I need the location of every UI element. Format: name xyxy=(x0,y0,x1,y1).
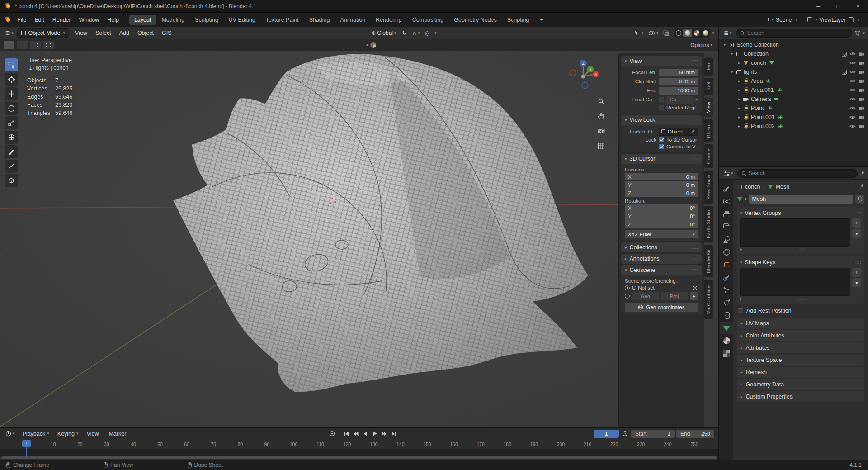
local-camera-checkbox[interactable] xyxy=(659,97,664,102)
list-resize-icon[interactable]: ∷∷ xyxy=(798,247,805,252)
breadcrumb-object[interactable]: conch xyxy=(745,184,760,190)
shape-keys-header[interactable]: ▾ Shape Keys ∷∷ xyxy=(740,258,861,267)
pin-id-icon[interactable] xyxy=(859,183,864,190)
menubar-item[interactable]: Help xyxy=(103,15,123,24)
start-frame-field[interactable]: Start 1 xyxy=(631,430,675,438)
list-filter-icon[interactable]: ▸ xyxy=(740,296,742,301)
search-input[interactable] xyxy=(747,30,849,36)
lock-3d-cursor-checkbox[interactable] xyxy=(659,137,664,142)
timeline-scrollbar[interactable] xyxy=(0,456,718,460)
gear-icon[interactable] xyxy=(692,285,698,291)
shading-wireframe-button[interactable] xyxy=(674,29,683,37)
outliner-row[interactable]: ▸ Camera xyxy=(719,95,868,104)
properties-section-header[interactable]: ▸ Remesh xyxy=(737,367,864,378)
outliner-row[interactable]: ▸ Point.002 xyxy=(719,122,868,131)
viewport-menu-item[interactable]: Select xyxy=(91,28,115,38)
properties-section-header[interactable]: ▸ Custom Properties xyxy=(737,391,864,402)
n-panel-tab[interactable]: Create xyxy=(704,144,713,168)
remove-viewlayer-icon[interactable]: × xyxy=(856,17,861,23)
select-mode-subtract-button[interactable] xyxy=(30,41,41,49)
properties-tab[interactable] xyxy=(720,322,733,334)
render-visibility-icon[interactable] xyxy=(859,52,864,56)
annotate-tool[interactable] xyxy=(5,145,18,158)
workspace-tab[interactable]: Sculpting xyxy=(190,15,223,25)
select-box-tool[interactable] xyxy=(5,58,18,71)
timeline-menu-item[interactable]: Keying▾ xyxy=(53,429,83,438)
n-panel-tab[interactable]: MatCombiner xyxy=(704,280,713,319)
menubar-item[interactable]: Render xyxy=(48,15,75,24)
expand-icon[interactable]: ▸ xyxy=(737,88,741,92)
add-crs-button[interactable]: + xyxy=(690,292,698,300)
cursor-location-field[interactable]: X0 m xyxy=(625,173,698,180)
geoscene-section-header[interactable]: ▾ Geoscene ∷∷ xyxy=(621,265,702,275)
add-vertex-group-button[interactable]: + xyxy=(852,218,861,228)
render-visibility-icon[interactable] xyxy=(859,61,864,65)
timeline-menu-item[interactable]: Marker xyxy=(104,429,132,438)
properties-section-header[interactable]: ▸ Color Attributes xyxy=(737,330,864,341)
render-visibility-icon[interactable] xyxy=(859,124,864,128)
jump-end-button[interactable] xyxy=(389,430,398,437)
proportional-editing-toggle[interactable]: ◎ xyxy=(423,29,431,37)
outliner-editor-selector[interactable]: ≣ ▾ xyxy=(722,29,734,37)
menubar-item[interactable]: Edit xyxy=(30,15,48,24)
select-mode-invert-button[interactable] xyxy=(43,41,54,49)
outliner-row[interactable]: ▸ Point.001 xyxy=(719,113,868,122)
outliner-row[interactable]: ▸ Area.001 xyxy=(719,85,868,95)
new-viewlayer-icon[interactable] xyxy=(848,17,854,23)
transform-orientation-selector[interactable]: ⊕ Global ▾ xyxy=(369,29,398,37)
workspace-tab[interactable]: Texture Paint xyxy=(261,15,304,25)
geo-coordinates-button[interactable]: Geo-coordinates xyxy=(625,303,698,312)
properties-tab[interactable] xyxy=(720,335,733,347)
move-tool[interactable] xyxy=(5,87,18,100)
menubar-item[interactable]: Window xyxy=(75,15,103,24)
search-input[interactable] xyxy=(749,170,854,176)
collections-section-header[interactable]: ▸ Collections ∷∷ xyxy=(621,242,702,252)
outliner-row[interactable]: ▸ Point xyxy=(719,104,868,113)
render-visibility-icon[interactable] xyxy=(859,115,864,119)
lock-to-object-field[interactable]: Object xyxy=(659,128,698,136)
expand-icon[interactable]: ▸ xyxy=(737,61,741,65)
rotation-mode-dropdown[interactable]: XYZ Euler ▾ xyxy=(625,230,698,238)
fake-user-shield-icon[interactable] xyxy=(855,195,864,204)
outliner-row[interactable]: ▾ Scene Collection xyxy=(719,40,868,49)
value-field[interactable]: 0.01 m xyxy=(659,78,698,85)
timeline-menu-item[interactable]: Playback▾ xyxy=(19,429,53,438)
gis-expand-icon[interactable]: ▸ xyxy=(367,43,369,47)
timeline-editor-selector[interactable]: ▾ xyxy=(4,430,17,437)
viewlayer-selector[interactable]: ▾ ViewLayer × xyxy=(804,16,863,24)
properties-tab[interactable] xyxy=(720,195,733,207)
view-section-header[interactable]: ▾ View ∷∷ xyxy=(621,56,702,66)
n-panel-tab[interactable]: Earth Studio xyxy=(704,206,713,242)
properties-section-header[interactable]: ▸ Geometry Data xyxy=(737,379,864,390)
outliner-search[interactable] xyxy=(736,29,853,38)
timeline-menu-item[interactable]: View xyxy=(83,429,105,438)
vertex-group-specials-button[interactable]: ▾ xyxy=(852,229,861,238)
outliner-row[interactable]: ▾ Collection xyxy=(719,49,868,58)
chevron-down-icon[interactable]: ▾ xyxy=(745,197,747,201)
vertex-groups-header[interactable]: ▾ Vertex Groups ∷∷ xyxy=(740,209,861,218)
navigation-gizmo[interactable]: Z Y X xyxy=(565,57,601,94)
viewport-canvas[interactable]: User Perspective (1) lights | conch Obje… xyxy=(0,51,718,427)
xray-toggle[interactable] xyxy=(661,29,671,37)
value-field[interactable]: 50 mm xyxy=(659,69,698,76)
datablock-name-field[interactable]: Mesh xyxy=(749,195,853,204)
add-rest-position-checkbox[interactable] xyxy=(738,308,743,313)
workspace-tab[interactable]: Compositing xyxy=(407,15,448,25)
shading-rendered-button[interactable] xyxy=(701,29,710,37)
next-keyframe-button[interactable] xyxy=(380,430,388,437)
viewport-menu-item[interactable]: Add xyxy=(115,28,133,38)
cursor-section-header[interactable]: ▾ 3D Cursor ∷∷ xyxy=(621,154,702,164)
hide-eye-icon[interactable] xyxy=(849,115,856,119)
viewport-menu-item[interactable]: View xyxy=(71,28,91,38)
render-region-checkbox[interactable] xyxy=(659,105,664,110)
hide-eye-icon[interactable] xyxy=(849,79,856,83)
rotate-tool[interactable] xyxy=(5,102,18,115)
workspace-tab[interactable]: Rendering xyxy=(371,15,407,25)
workspace-tab[interactable]: Modeling xyxy=(156,15,189,25)
geo-button[interactable]: Geo xyxy=(632,292,659,300)
properties-tab[interactable] xyxy=(720,309,733,321)
frame-ruler[interactable]: 1102030405060708090100110120130140150160… xyxy=(0,439,718,449)
editor-type-selector[interactable]: ⊞ ▾ xyxy=(4,29,15,37)
auto-keying-button[interactable] xyxy=(328,430,336,437)
n-panel-tab[interactable]: View xyxy=(704,98,713,117)
